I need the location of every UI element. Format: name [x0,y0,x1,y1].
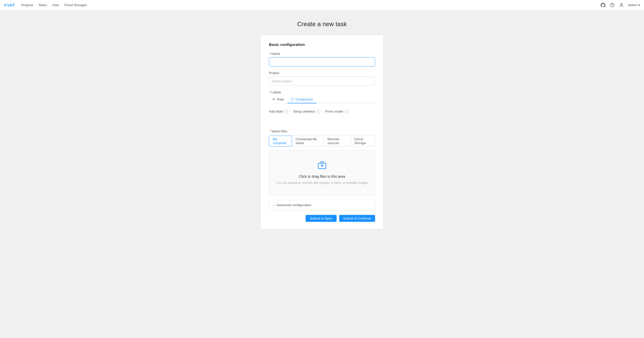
labels-actions: Add label i Setup skeleton i From model … [269,107,375,114]
setup-skeleton-info-icon[interactable]: i [317,110,320,113]
project-input[interactable] [269,76,375,86]
form-footer: Submit & Open Submit & Continue [269,215,375,222]
project-label: Project [269,71,375,75]
setup-skeleton-button[interactable]: Setup skeleton i [293,110,320,113]
connected-file-share-tab[interactable]: Connected file share [292,136,324,146]
nav-menu: Projects Tasks Jobs Cloud Storages [21,3,600,7]
page-content: Create a new task Basic configuration * … [0,10,644,338]
advanced-config-label: Advanced configuration [276,203,311,207]
username-label: helton [628,3,637,7]
nav-jobs[interactable]: Jobs [52,3,59,7]
spacer [269,119,375,129]
add-label-button[interactable]: Add label i [269,110,288,113]
labels-label: * Labels [269,90,375,94]
chevron-down-icon: ▾ [638,3,640,7]
labels-field-group: * Labels ✏ Raw ⬡ Constructor Add label i [269,90,375,114]
drop-zone[interactable]: Click or drag files to this area You can… [269,150,375,195]
name-input[interactable] [269,57,375,66]
user-icon [619,3,624,8]
add-label-info-icon[interactable]: i [284,110,288,113]
project-field-group: Project [269,71,375,86]
advanced-config-toggle[interactable]: › Advanced configuration [269,200,375,210]
file-tabs: My computer Connected file share Remote … [269,136,375,146]
remote-sources-tab[interactable]: Remote sources [324,136,351,146]
name-field-group: * Name [269,52,375,66]
create-task-card: Basic configuration * Name Project * Lab… [260,35,384,229]
drop-sub-text: You can upload an archive with images, a… [276,181,368,185]
my-computer-tab[interactable]: My computer [269,136,292,146]
tab-raw[interactable]: ✏ Raw [269,96,287,103]
from-model-button[interactable]: From model i [325,110,348,113]
navbar-right: helton ▾ [600,3,640,8]
labels-tabs: ✏ Raw ⬡ Constructor [269,96,375,103]
app-logo[interactable]: CVAT [4,3,15,7]
select-files-label: * Select files [269,129,375,133]
constructor-icon: ⬡ [291,97,294,101]
nav-tasks[interactable]: Tasks [38,3,47,7]
nav-cloud-storages[interactable]: Cloud Storages [64,3,87,7]
github-icon[interactable] [600,3,606,8]
section-title: Basic configuration [269,42,375,47]
submit-open-button[interactable]: Submit & Open [306,215,336,222]
select-files-group: * Select files My computer Connected fil… [269,129,375,195]
submit-continue-button[interactable]: Submit & Continue [339,215,375,222]
name-label: * Name [269,52,375,56]
upload-icon [317,161,327,172]
navbar: CVAT Projects Tasks Jobs Cloud Storages [0,0,644,10]
user-menu[interactable]: helton ▾ [628,3,640,7]
help-icon[interactable] [610,3,615,8]
page-title: Create a new task [297,21,347,28]
tab-constructor[interactable]: ⬡ Constructor [287,96,316,103]
drop-main-text: Click or drag files to this area [299,174,345,178]
nav-projects[interactable]: Projects [21,3,33,7]
svg-point-2 [621,3,622,5]
pencil-icon: ✏ [273,97,276,101]
cloud-storage-tab[interactable]: Cloud Storage [350,136,375,146]
name-required-star: * [269,52,270,56]
from-model-info-icon[interactable]: i [345,110,348,113]
chevron-right-icon: › [273,203,274,207]
